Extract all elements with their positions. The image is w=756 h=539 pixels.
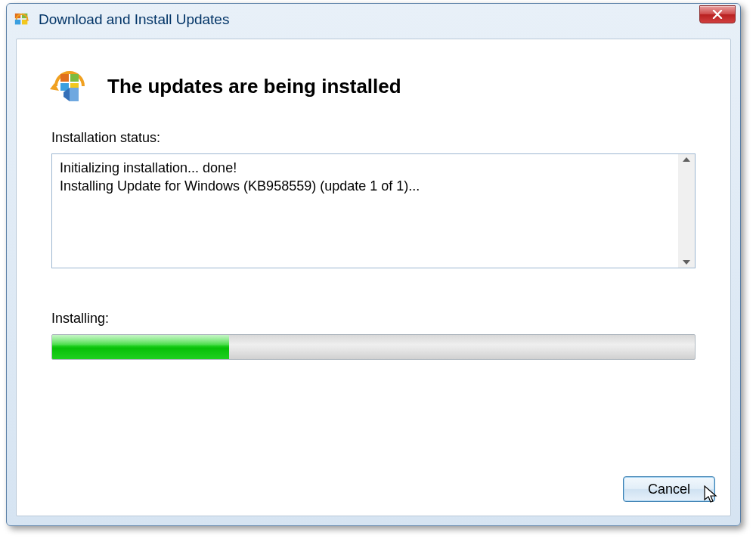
svg-marker-5 [50,83,59,91]
progress-label: Installing: [51,311,696,327]
svg-rect-6 [60,74,69,82]
progress-section: Installing: [17,268,730,360]
progress-bar [51,334,696,360]
close-button[interactable] [699,5,736,23]
status-text: Initializing installation... done! Insta… [52,154,678,268]
status-line-2: Installing Update for Windows (KB958559)… [60,178,423,194]
page-title: The updates are being installed [107,75,401,98]
header-row: The updates are being installed [17,39,730,130]
svg-rect-7 [70,74,79,82]
titlebar[interactable]: Download and Install Updates [7,4,740,36]
windows-update-icon [13,11,31,29]
update-shield-icon [48,65,91,107]
cancel-button[interactable]: Cancel [623,476,715,502]
status-textbox: Initializing installation... done! Insta… [51,153,696,268]
status-label: Installation status: [51,130,696,146]
scroll-up-icon[interactable] [683,157,690,162]
content-panel: The updates are being installed Installa… [16,39,731,516]
status-line-1: Initializing installation... done! [60,160,237,175]
progress-fill [52,335,229,359]
window-title: Download and Install Updates [39,11,229,28]
button-row: Cancel [623,476,715,502]
scrollbar[interactable] [678,154,695,268]
close-icon [712,10,723,19]
status-section: Installation status: Initializing instal… [17,130,730,268]
scroll-down-icon[interactable] [683,260,690,265]
dialog-window: Download and Install Updates [6,3,741,526]
svg-rect-2 [15,20,20,24]
